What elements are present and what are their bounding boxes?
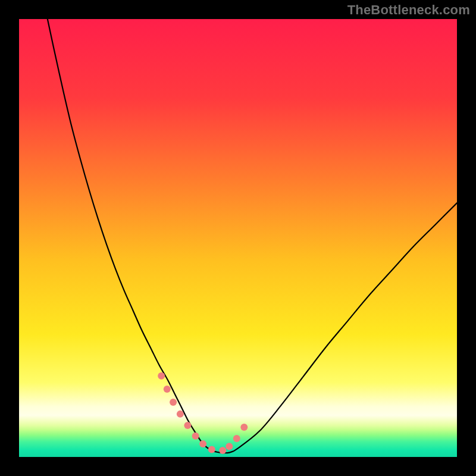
valley-marker — [170, 399, 177, 406]
valley-marker — [177, 411, 184, 418]
chart-svg — [19, 19, 457, 457]
valley-marker — [233, 435, 240, 442]
valley-marker — [240, 424, 248, 431]
watermark-text: TheBottleneck.com — [347, 2, 470, 18]
valley-marker — [158, 372, 165, 380]
valley-marker — [219, 447, 226, 454]
bottleneck-curve — [48, 19, 457, 453]
valley-marker — [226, 443, 233, 450]
valley-marker — [199, 440, 206, 447]
valley-marker — [192, 433, 199, 440]
valley-markers — [158, 372, 248, 454]
chart-frame — [19, 19, 457, 457]
valley-marker — [208, 446, 215, 453]
valley-marker — [164, 386, 171, 393]
valley-marker — [184, 422, 191, 429]
